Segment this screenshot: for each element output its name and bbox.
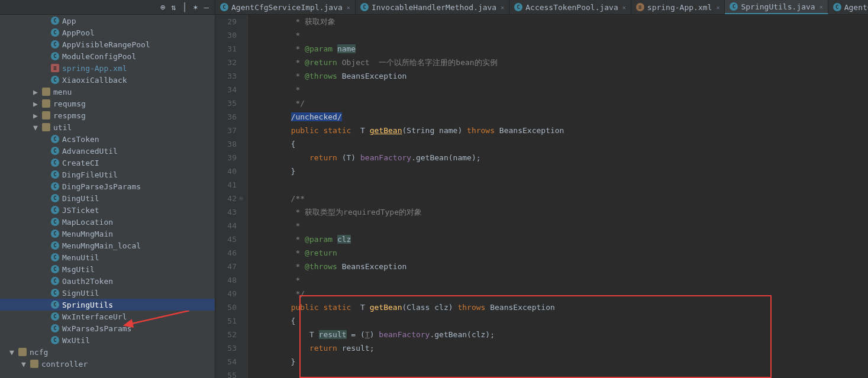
expand-icon[interactable]: ▶ <box>33 88 39 96</box>
line-number: 35 <box>215 96 237 110</box>
file-icon <box>42 123 50 131</box>
tree-item[interactable]: ▼controller <box>0 358 215 370</box>
file-icon <box>42 88 50 96</box>
tree-item[interactable]: ≣spring-App.xml <box>0 62 215 74</box>
tree-item[interactable]: COauth2Token <box>0 275 215 287</box>
file-icon: C <box>51 301 59 309</box>
collapse-icon[interactable]: — <box>204 2 209 12</box>
tree-item[interactable]: CDingUtil <box>0 192 215 204</box>
code-line: T result = (T) beanFactory.getBean(clz); <box>254 328 868 341</box>
line-number: 55 <box>215 369 237 378</box>
tree-item[interactable]: CDingParseJsParams <box>0 180 215 192</box>
line-number: 32 <box>215 56 237 69</box>
file-icon: C <box>51 159 59 167</box>
file-icon: C <box>360 3 369 11</box>
gear-icon[interactable]: ✶ <box>193 2 198 12</box>
tree-item[interactable]: CWxUtil <box>0 334 215 346</box>
editor-tab[interactable]: CAgentCfgController.java✕ <box>828 0 868 14</box>
tree-label: AppVisibleRangePool <box>62 40 150 49</box>
sidebar-toolbar: ⊕ ⇅ │ ✶ — <box>0 0 215 14</box>
close-icon[interactable]: ✕ <box>716 4 719 11</box>
tree-item[interactable]: CMenuMngMain <box>0 228 215 240</box>
editor-tab[interactable]: CSpringUtils.java✕ <box>725 0 828 14</box>
tree-item[interactable]: CMapLocation <box>0 216 215 228</box>
code-line: * @return <box>254 246 868 260</box>
tree-item[interactable]: ▶menu <box>0 86 215 98</box>
file-icon: C <box>51 336 59 344</box>
code-line: * 获取类型为requiredType的对象 <box>254 205 868 219</box>
tree-label: CreateCI <box>62 159 99 167</box>
tree-label: DingFileUtil <box>62 170 118 179</box>
line-number: 36 <box>215 110 237 124</box>
tree-item[interactable]: CMsgUtil <box>0 263 215 275</box>
file-icon: C <box>514 3 522 11</box>
tab-label: AgentCfgServiceImpl.java <box>231 3 343 12</box>
editor-tab[interactable]: CAgentCfgServiceImpl.java✕ <box>215 0 356 14</box>
target-icon[interactable]: ⊕ <box>160 2 165 12</box>
line-number: 47 <box>215 260 237 273</box>
tree-item[interactable]: CModuleConfigPool <box>0 50 215 62</box>
line-number: 52 <box>215 328 237 341</box>
tree-item[interactable]: CSpringUtils <box>0 299 215 311</box>
close-icon[interactable]: ✕ <box>622 4 626 11</box>
tab-label: InvocableHandlerMethod.java <box>372 3 496 12</box>
editor-tab[interactable]: CInvocableHandlerMethod.java✕ <box>356 0 509 14</box>
project-tree[interactable]: CAppCAppPoolCAppVisibleRangePoolCModuleC… <box>0 15 215 378</box>
close-icon[interactable]: ✕ <box>819 4 823 10</box>
file-icon: C <box>51 206 59 214</box>
editor-tab[interactable]: ≡spring-App.xml✕ <box>631 0 725 14</box>
tree-item[interactable]: CMenuUtil <box>0 251 215 263</box>
tree-item[interactable]: CDingFileUtil <box>0 169 215 180</box>
tree-label: MenuUtil <box>62 253 99 262</box>
tree-item[interactable]: ▶requmsg <box>0 98 215 109</box>
tree-item[interactable]: CMenuMngMain_local <box>0 240 215 251</box>
fold-icon[interactable]: ⊟ <box>240 192 243 205</box>
line-number: 30 <box>215 28 237 42</box>
expand-icon[interactable]: ▶ <box>33 111 39 120</box>
line-number: 29 <box>215 15 237 28</box>
tree-item[interactable]: CAcsToken <box>0 133 215 145</box>
code-line: return (T) beanFactory.getBean(name); <box>254 151 868 164</box>
code-line: * <box>254 28 868 42</box>
file-icon: C <box>51 76 59 84</box>
tree-item[interactable]: CAppVisibleRangePool <box>0 38 215 50</box>
expand-icon[interactable]: ▼ <box>9 348 15 357</box>
tree-item[interactable]: ▼util <box>0 121 215 133</box>
line-number: 37 <box>215 124 237 137</box>
code-editor[interactable]: 2930313233343536373839404142434445464748… <box>215 15 868 378</box>
tree-item[interactable]: CWxParseJsParams <box>0 322 215 334</box>
file-icon <box>42 111 50 119</box>
tree-item[interactable]: ▼ncfg <box>0 346 215 358</box>
close-icon[interactable]: ✕ <box>347 4 350 11</box>
code-line: */ <box>254 96 868 110</box>
tree-item[interactable]: CXiaoxiCallback <box>0 74 215 86</box>
tree-item[interactable]: CJSTicket <box>0 204 215 216</box>
expand-icon[interactable]: ▶ <box>33 99 39 108</box>
tree-item[interactable]: ▶respmsg <box>0 109 215 121</box>
code-area[interactable]: * 获取对象 * * @param name * @return Object … <box>248 15 868 378</box>
close-icon[interactable]: ✕ <box>501 4 504 11</box>
file-icon: C <box>220 3 228 11</box>
tree-label: SpringUtils <box>62 301 113 309</box>
tree-item[interactable]: CWxInterfaceUrl <box>0 311 215 322</box>
tree-item[interactable]: CSignUtil <box>0 287 215 299</box>
tree-label: DingUtil <box>62 194 99 203</box>
line-number: 45 <box>215 232 237 246</box>
editor-tab[interactable]: CAccessTokenPool.java✕ <box>509 0 631 14</box>
line-number: 49 <box>215 287 237 301</box>
tree-item[interactable]: CCreateCI <box>0 157 215 169</box>
tree-item[interactable]: CApp <box>0 15 215 27</box>
divider-icon: │ <box>182 2 187 12</box>
code-line: */ <box>254 287 868 301</box>
file-icon: C <box>51 147 59 155</box>
tab-label: AccessTokenPool.java <box>525 3 618 12</box>
expand-icon[interactable]: ▼ <box>21 360 27 369</box>
file-icon: C <box>51 28 59 37</box>
expand-icon[interactable]: ▼ <box>33 123 39 132</box>
tree-item[interactable]: CAppPool <box>0 27 215 38</box>
file-icon: C <box>51 324 59 332</box>
sort-icon[interactable]: ⇅ <box>171 2 176 12</box>
code-line: return result; <box>254 341 868 355</box>
file-icon <box>42 99 50 108</box>
tree-item[interactable]: CAdvancedUtil <box>0 145 215 157</box>
